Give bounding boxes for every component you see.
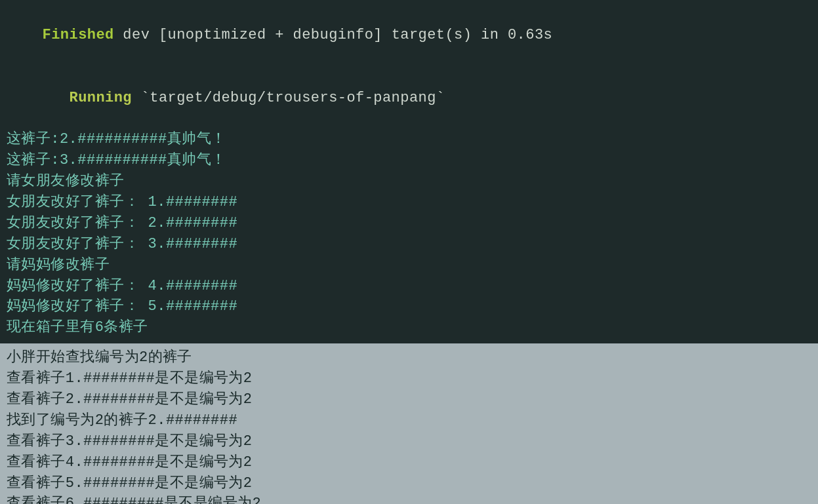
output-line-12: 现在箱子里有6条裤子: [7, 317, 811, 338]
running-text: `target/debug/trousers-of-panpang`: [132, 90, 445, 106]
output-line-6: 女朋友改好了裤子： 1.########: [7, 192, 811, 213]
output-line-2: Running `target/debug/trousers-of-panpan…: [7, 67, 811, 130]
output-line-11: 妈妈修改好了裤子： 5.########: [7, 296, 811, 317]
output-line-3: 这裤子:2.##########真帅气！: [7, 129, 811, 150]
bottom-line-8: 查看裤子6.#########是不是编号为2: [7, 494, 811, 504]
bottom-line-5: 查看裤子3.########是不是编号为2: [7, 431, 811, 452]
bottom-line-6: 查看裤子4.########是不是编号为2: [7, 452, 811, 473]
finished-text: dev [unoptimized + debuginfo] target(s) …: [114, 27, 552, 43]
terminal-top-section: Finished dev [unoptimized + debuginfo] t…: [0, 0, 818, 343]
output-line-10: 妈妈修改好了裤子： 4.########: [7, 276, 811, 297]
terminal-bottom-section: 小胖开始查找编号为2的裤子 查看裤子1.########是不是编号为2 查看裤子…: [0, 343, 818, 504]
bottom-line-4: 找到了编号为2的裤子2.########: [7, 410, 811, 431]
output-line-9: 请妈妈修改裤子: [7, 255, 811, 276]
bottom-line-2: 查看裤子1.########是不是编号为2: [7, 368, 811, 389]
output-line-8: 女朋友改好了裤子： 3.########: [7, 234, 811, 255]
output-line-4: 这裤子:3.##########真帅气！: [7, 150, 811, 171]
output-line-5: 请女朋友修改裤子: [7, 171, 811, 192]
bottom-line-1: 小胖开始查找编号为2的裤子: [7, 347, 811, 368]
bottom-line-3: 查看裤子2.########是不是编号为2: [7, 389, 811, 410]
finished-keyword: Finished: [43, 27, 114, 43]
running-keyword: Running: [43, 90, 132, 106]
output-line-1: Finished dev [unoptimized + debuginfo] t…: [7, 4, 811, 67]
output-line-7: 女朋友改好了裤子： 2.########: [7, 213, 811, 234]
bottom-line-7: 查看裤子5.########是不是编号为2: [7, 473, 811, 494]
